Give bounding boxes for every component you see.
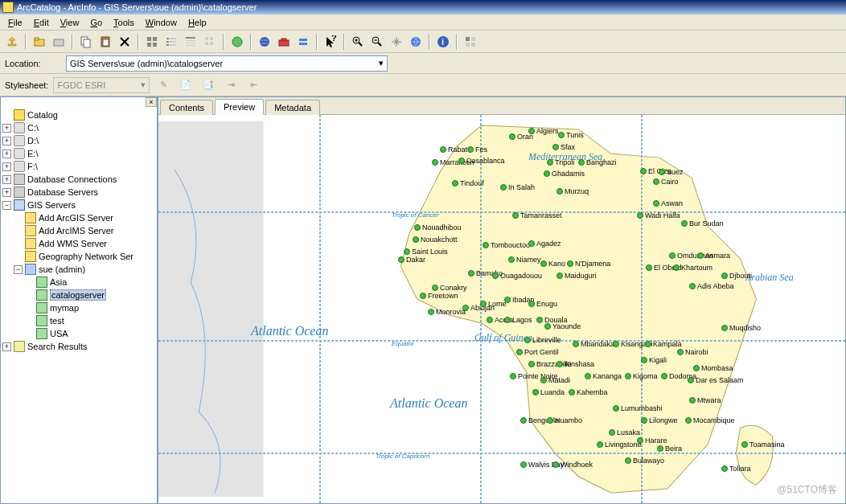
city-marker: Kahemba xyxy=(569,388,608,396)
tree-item[interactable]: +F:\ xyxy=(2,160,155,173)
tree-item[interactable]: +C:\ xyxy=(2,121,155,134)
gis-servers-button[interactable] xyxy=(294,33,312,51)
city-marker: Casablanca xyxy=(458,157,505,165)
stylesheet-combo[interactable]: FGDC ESRI ▾ xyxy=(53,77,150,93)
delete-button[interactable] xyxy=(116,33,133,51)
svg-rect-21 xyxy=(205,37,208,40)
tree-item[interactable]: test xyxy=(2,314,155,327)
copy-button[interactable] xyxy=(77,33,95,51)
list-button[interactable] xyxy=(162,33,180,51)
expander-icon[interactable]: − xyxy=(14,265,23,274)
tab-contents[interactable]: Contents xyxy=(160,100,213,115)
expander-icon[interactable]: − xyxy=(2,201,11,210)
tree-item[interactable]: Add ArcGIS Server xyxy=(2,211,155,224)
zoom-in-button[interactable] xyxy=(349,33,367,51)
up-button[interactable] xyxy=(3,33,21,51)
service-icon xyxy=(36,277,47,288)
city-marker: Toamasina xyxy=(741,440,785,449)
menu-help[interactable]: Help xyxy=(183,16,212,29)
help-pointer-button[interactable]: ? xyxy=(322,33,339,51)
details-button[interactable] xyxy=(182,33,199,51)
svg-rect-4 xyxy=(84,39,90,47)
svg-rect-28 xyxy=(281,39,286,41)
gis-icon xyxy=(14,199,25,211)
tree-item[interactable]: +Database Connections xyxy=(2,173,155,186)
menu-view[interactable]: View xyxy=(55,16,84,29)
globe-button[interactable] xyxy=(256,33,273,51)
create-thumbnail-button[interactable] xyxy=(462,33,479,51)
tree-item[interactable]: catalogserver xyxy=(2,289,155,301)
dropdown-icon[interactable]: ▾ xyxy=(379,58,384,68)
city-marker: Ghadamis xyxy=(544,170,585,178)
disconnect-folder-button[interactable] xyxy=(50,33,68,51)
zoom-out-button[interactable] xyxy=(368,33,386,51)
city-marker: Mbandaka xyxy=(573,340,614,348)
pan-button[interactable] xyxy=(388,33,405,51)
city-marker: Tunis xyxy=(558,131,584,139)
expander-icon[interactable]: + xyxy=(2,342,11,351)
expander-icon[interactable]: + xyxy=(2,150,11,158)
city-marker: Kampala xyxy=(645,340,682,348)
toolbox-button[interactable] xyxy=(275,33,293,51)
tree-item[interactable]: −sue (admin) xyxy=(2,263,155,276)
paste-button[interactable] xyxy=(97,33,114,51)
tree-label: sue (admin) xyxy=(39,264,85,274)
identify-button[interactable]: i xyxy=(434,33,452,51)
tree-item[interactable]: Catalog xyxy=(2,109,155,121)
menu-go[interactable]: Go xyxy=(85,16,107,29)
location-combo[interactable]: GIS Servers\sue (admin)\catalogserver ▾ xyxy=(66,55,388,72)
svg-rect-42 xyxy=(158,121,264,497)
expander-icon[interactable]: + xyxy=(2,137,11,145)
location-label: Location: xyxy=(5,59,61,68)
tree-item[interactable]: Add ArcIMS Server xyxy=(2,224,155,237)
close-tree-button[interactable]: × xyxy=(146,97,157,107)
window-title: ArcCatalog - ArcInfo - GIS Servers\sue (… xyxy=(17,2,257,12)
tree-label: Add WMS Server xyxy=(39,239,107,248)
menu-tools[interactable]: Tools xyxy=(109,16,139,29)
city-marker: Tripoli xyxy=(547,158,574,166)
tree-item[interactable]: −GIS Servers xyxy=(2,199,155,211)
svg-point-25 xyxy=(232,37,242,47)
expander-icon[interactable]: + xyxy=(2,124,11,133)
city-marker: Fes xyxy=(467,145,487,154)
city-marker: Freetown xyxy=(420,292,458,300)
tree-item[interactable]: +Search Results xyxy=(2,340,155,353)
svg-rect-10 xyxy=(153,43,157,47)
catalog-tree[interactable]: Catalog+C:\+D:\+E:\+F:\+Database Connect… xyxy=(1,107,157,503)
tree-item[interactable]: Add WMS Server xyxy=(2,237,155,250)
city-marker: Lagos xyxy=(504,316,532,324)
location-value: GIS Servers\sue (admin)\catalogserver xyxy=(70,59,223,68)
expander-icon[interactable]: + xyxy=(2,175,11,184)
menu-file[interactable]: File xyxy=(3,16,27,29)
title-bar: ArcCatalog - ArcInfo - GIS Servers\sue (… xyxy=(0,0,846,14)
city-marker: Mombasa xyxy=(693,364,733,372)
tab-metadata[interactable]: Metadata xyxy=(265,100,320,115)
city-marker: Niamey xyxy=(508,256,541,264)
large-icons-button[interactable] xyxy=(143,33,161,51)
tree-item[interactable]: mymap xyxy=(2,301,155,314)
import-metadata-button: ⇥ xyxy=(222,76,240,94)
city-marker: Banghazi xyxy=(578,158,617,166)
city-marker: Cairo xyxy=(653,178,679,186)
city-marker: Monrovia xyxy=(428,308,466,316)
server-icon xyxy=(25,264,36,275)
city-marker: Windhoek xyxy=(552,461,593,469)
expander-icon[interactable]: + xyxy=(2,188,11,197)
expander-icon[interactable]: + xyxy=(2,162,11,171)
thumbnails-button[interactable] xyxy=(201,33,219,51)
tree-item[interactable]: +E:\ xyxy=(2,147,155,160)
connect-folder-button[interactable] xyxy=(31,33,48,51)
tree-item[interactable]: Geography Network Ser xyxy=(2,250,155,263)
tropic-label: Tropic of Capricorn xyxy=(376,453,429,460)
tree-item[interactable]: Asia xyxy=(2,276,155,289)
tab-preview[interactable]: Preview xyxy=(215,99,264,115)
service-icon xyxy=(36,302,47,313)
tree-item[interactable]: +Database Servers xyxy=(2,186,155,199)
map-preview[interactable]: Atlantic OceanAtlantic OceanArabian SeaM… xyxy=(158,115,845,503)
tree-item[interactable]: +D:\ xyxy=(2,134,155,147)
full-extent-button[interactable] xyxy=(407,33,425,51)
tree-item[interactable]: USA xyxy=(2,327,155,340)
launch-arcmap-button[interactable] xyxy=(228,33,246,51)
menu-window[interactable]: Window xyxy=(141,16,182,29)
menu-edit[interactable]: Edit xyxy=(29,16,54,29)
